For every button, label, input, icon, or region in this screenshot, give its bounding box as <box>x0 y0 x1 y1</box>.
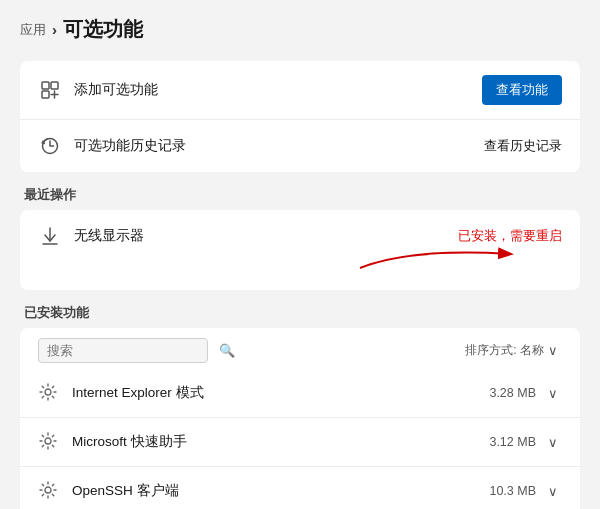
add-feature-action: 查看功能 <box>482 75 562 105</box>
installed-item-name-0: Internet Explorer 模式 <box>72 384 489 402</box>
breadcrumb-current: 可选功能 <box>63 16 143 43</box>
svg-rect-0 <box>42 82 49 89</box>
breadcrumb: 应用 › 可选功能 <box>20 16 580 43</box>
recent-title: 最近操作 <box>20 186 580 204</box>
expand-button-1[interactable]: ∨ <box>544 433 562 452</box>
grid-add-icon <box>38 78 62 102</box>
add-feature-row: 添加可选功能 查看功能 <box>20 61 580 120</box>
sort-label: 排序方式: 名称 <box>465 342 544 359</box>
installed-item-size-2: 10.3 MB <box>489 484 536 498</box>
history-row: 可选功能历史记录 查看历史记录 <box>20 120 580 172</box>
download-icon <box>38 224 62 248</box>
svg-point-10 <box>45 438 51 444</box>
installed-item-name-2: OpenSSH 客户端 <box>72 482 489 500</box>
list-item: Internet Explorer 模式 3.28 MB ∨ <box>20 369 580 418</box>
sort-chevron-button[interactable]: ∨ <box>544 341 562 360</box>
svg-point-9 <box>45 389 51 395</box>
gear-icon-0 <box>38 382 60 404</box>
recent-card: 无线显示器 已安装，需要重启 <box>20 210 580 290</box>
installed-title: 已安装功能 <box>20 304 580 322</box>
list-item: Microsoft 快速助手 3.12 MB ∨ <box>20 418 580 467</box>
list-item: OpenSSH 客户端 10.3 MB ∨ <box>20 467 580 509</box>
search-input[interactable] <box>47 343 215 358</box>
view-history-button[interactable]: 查看历史记录 <box>484 137 562 155</box>
expand-button-0[interactable]: ∨ <box>544 384 562 403</box>
gear-icon-2 <box>38 480 60 502</box>
installed-card: 🔍 排序方式: 名称 ∨ Internet Explorer 模式 3.28 M… <box>20 328 580 509</box>
svg-rect-2 <box>42 91 49 98</box>
breadcrumb-sep: › <box>52 21 57 38</box>
add-feature-label: 添加可选功能 <box>74 81 482 99</box>
gear-icon-1 <box>38 431 60 453</box>
breadcrumb-app[interactable]: 应用 <box>20 21 46 39</box>
svg-point-11 <box>45 487 51 493</box>
installed-item-name-1: Microsoft 快速助手 <box>72 433 489 451</box>
top-actions-card: 添加可选功能 查看功能 可选功能历史记录 查看历史记录 <box>20 61 580 172</box>
search-icon: 🔍 <box>219 343 235 358</box>
svg-rect-1 <box>51 82 58 89</box>
expand-button-2[interactable]: ∨ <box>544 482 562 501</box>
view-features-button[interactable]: 查看功能 <box>482 75 562 105</box>
installed-item-size-1: 3.12 MB <box>489 435 536 449</box>
recent-item-status: 已安装，需要重启 <box>458 227 562 245</box>
page-container: 应用 › 可选功能 添加可选功能 查看功能 <box>0 0 600 509</box>
history-icon <box>38 134 62 158</box>
installed-header: 🔍 排序方式: 名称 ∨ <box>20 328 580 369</box>
history-action: 查看历史记录 <box>484 137 562 155</box>
installed-list: Internet Explorer 模式 3.28 MB ∨ Microsoft… <box>20 369 580 509</box>
history-label: 可选功能历史记录 <box>74 137 484 155</box>
installed-item-size-0: 3.28 MB <box>489 386 536 400</box>
search-wrap: 🔍 <box>38 338 208 363</box>
recent-item-label: 无线显示器 <box>74 227 458 245</box>
annotation-arrow <box>350 244 550 272</box>
